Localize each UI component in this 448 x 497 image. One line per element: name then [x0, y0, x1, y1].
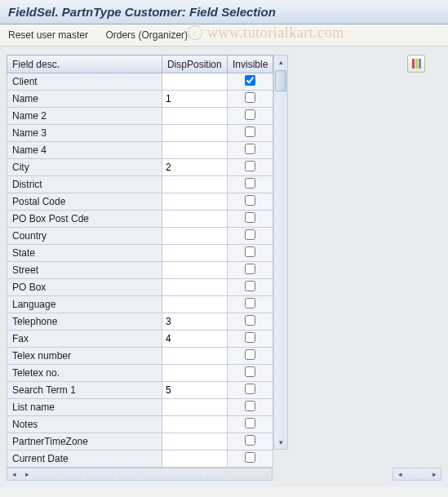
disp-position-input[interactable]	[162, 382, 227, 398]
disp-position-input[interactable]	[162, 142, 227, 158]
scroll-right-icon[interactable]: ▸	[20, 468, 33, 480]
invisible-cell	[228, 433, 273, 450]
disp-position-input[interactable]	[162, 450, 227, 467]
invisible-cell	[228, 91, 273, 108]
disp-position-input[interactable]	[162, 433, 227, 450]
table-row: Client	[7, 73, 273, 91]
disp-position-input[interactable]	[162, 159, 227, 175]
disp-position-cell	[162, 433, 228, 450]
disp-position-cell	[162, 416, 228, 433]
invisible-cell	[228, 416, 273, 433]
invisible-checkbox[interactable]	[245, 452, 255, 463]
invisible-checkbox[interactable]	[245, 126, 255, 137]
field-desc-cell: Name 4	[7, 142, 162, 159]
invisible-checkbox[interactable]	[245, 401, 255, 411]
scroll-down-icon[interactable]: ▾	[274, 436, 287, 449]
invisible-checkbox[interactable]	[245, 366, 255, 377]
disp-position-input[interactable]	[162, 176, 227, 193]
invisible-checkbox[interactable]	[245, 298, 255, 308]
invisible-cell	[228, 125, 273, 142]
table-row: Name 2	[7, 108, 273, 125]
invisible-checkbox[interactable]	[245, 212, 255, 223]
invisible-cell	[228, 296, 273, 313]
page-right-icon[interactable]: ▸	[428, 468, 441, 480]
orders-organizer-button[interactable]: Orders (Organizer)	[105, 29, 188, 41]
invisible-checkbox[interactable]	[245, 109, 255, 120]
table-row: Fax	[7, 331, 273, 348]
field-desc-cell: Telex number	[7, 348, 162, 365]
col-header-invisible[interactable]: Invisible	[228, 55, 273, 73]
table-row: Telex number	[7, 348, 273, 365]
field-desc-cell: Notes	[7, 416, 162, 433]
invisible-checkbox[interactable]	[245, 161, 255, 171]
invisible-checkbox[interactable]	[245, 246, 255, 257]
scroll-up-icon[interactable]: ▴	[274, 55, 287, 69]
invisible-cell	[228, 176, 273, 193]
disp-position-input[interactable]	[162, 399, 227, 415]
disp-position-input[interactable]	[162, 108, 227, 124]
invisible-cell	[228, 159, 273, 176]
disp-position-cell	[162, 125, 228, 142]
table-row: Postal Code	[7, 193, 273, 211]
disp-position-input[interactable]	[162, 331, 227, 347]
table-row: Notes	[7, 416, 273, 433]
page-left-icon[interactable]: ◂	[393, 468, 406, 480]
scroll-left-icon[interactable]: ◂	[7, 468, 20, 480]
disp-position-input[interactable]	[162, 296, 227, 313]
col-header-disp-position[interactable]: DispPosition	[162, 55, 228, 73]
invisible-cell	[228, 450, 273, 468]
invisible-checkbox[interactable]	[245, 384, 255, 394]
invisible-cell	[228, 245, 273, 262]
field-desc-cell: List name	[7, 399, 162, 416]
invisible-checkbox[interactable]	[245, 281, 255, 291]
reset-user-master-button[interactable]: Reset user master	[8, 29, 88, 41]
table-row: Telephone	[7, 313, 273, 331]
disp-position-input[interactable]	[162, 416, 227, 433]
disp-position-input[interactable]	[162, 262, 227, 278]
field-desc-cell: District	[7, 176, 162, 193]
table-row: Name 3	[7, 125, 273, 142]
table-row: City	[7, 159, 273, 176]
disp-position-input[interactable]	[162, 313, 227, 330]
page-scrollbar[interactable]: ◂ ▸	[393, 468, 441, 481]
col-header-field-desc[interactable]: Field desc.	[7, 55, 162, 73]
invisible-checkbox[interactable]	[245, 75, 255, 86]
field-desc-cell: PO Box	[7, 279, 162, 296]
invisible-checkbox[interactable]	[245, 195, 255, 206]
horizontal-scrollbar[interactable]: ◂ ▸	[7, 468, 273, 481]
disp-position-input[interactable]	[162, 245, 227, 261]
disp-position-cell	[162, 331, 228, 348]
disp-position-input[interactable]	[162, 365, 227, 381]
invisible-checkbox[interactable]	[245, 418, 255, 428]
disp-position-input[interactable]	[162, 91, 227, 107]
invisible-checkbox[interactable]	[245, 349, 255, 360]
field-desc-cell: PartnerTimeZone	[7, 433, 162, 450]
table-row: Country	[7, 228, 273, 245]
invisible-cell	[228, 331, 273, 348]
disp-position-input[interactable]	[162, 228, 227, 244]
field-desc-cell: Current Date	[7, 450, 162, 468]
disp-position-cell	[162, 245, 228, 262]
invisible-checkbox[interactable]	[245, 315, 255, 326]
field-desc-cell: Language	[7, 296, 162, 313]
invisible-checkbox[interactable]	[245, 144, 255, 154]
disp-position-input[interactable]	[162, 193, 227, 210]
disp-position-input[interactable]	[162, 211, 227, 227]
field-desc-cell: Fax	[7, 331, 162, 348]
invisible-checkbox[interactable]	[245, 229, 255, 240]
disp-position-input[interactable]	[162, 348, 227, 364]
disp-position-cell	[162, 313, 228, 331]
scroll-track[interactable]	[274, 69, 287, 436]
disp-position-input[interactable]	[162, 73, 227, 90]
invisible-checkbox[interactable]	[245, 178, 255, 189]
vertical-scrollbar[interactable]: ▴ ▾	[273, 55, 288, 450]
table-row: Search Term 1	[7, 382, 273, 399]
disp-position-input[interactable]	[162, 279, 227, 295]
invisible-checkbox[interactable]	[245, 264, 255, 274]
invisible-checkbox[interactable]	[245, 332, 255, 343]
scroll-thumb[interactable]	[275, 70, 286, 91]
disp-position-input[interactable]	[162, 125, 227, 141]
invisible-checkbox[interactable]	[245, 92, 255, 103]
invisible-checkbox[interactable]	[245, 435, 255, 446]
table-row: List name	[7, 399, 273, 416]
